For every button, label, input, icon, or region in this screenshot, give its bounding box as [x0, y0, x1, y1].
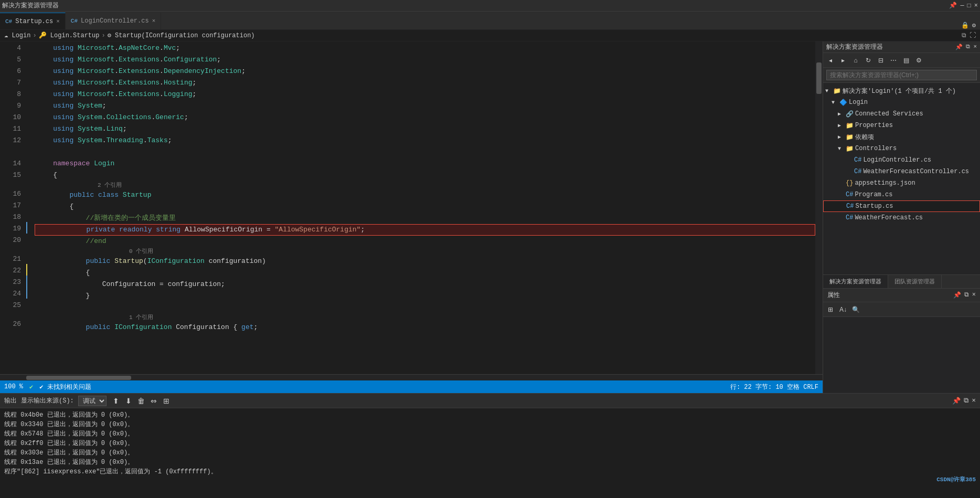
output-source-label: 显示输出来源(S):: [21, 396, 74, 405]
window-controls: 📌 — □ ×: [949, 2, 978, 9]
output-open-btn[interactable]: ⊞: [161, 396, 172, 406]
tab-bar: C# Startup.cs × C# LoginController.cs × …: [0, 12, 980, 30]
output-line-7: 程序"[862] iisexpress.exe"已退出，返回值为 -1 (0xf…: [4, 467, 976, 476]
toolbar-settings-icon[interactable]: ⚙: [972, 22, 976, 29]
connected-services-icon: 🔗: [846, 110, 854, 118]
output-scroll-up-btn[interactable]: ⬆: [111, 396, 121, 406]
vertical-scrollbar[interactable]: [815, 41, 823, 374]
tree-controllers-folder[interactable]: ▼ 📁 Controllers: [823, 143, 980, 154]
tree-dependencies[interactable]: ▶ 📁 依赖项: [823, 131, 980, 143]
toolbar-pin-icon[interactable]: 🔒: [961, 22, 969, 29]
lc-label: LoginController.cs: [863, 156, 931, 164]
properties-close-icon[interactable]: ×: [972, 291, 976, 299]
refresh-button[interactable]: ↻: [863, 55, 874, 66]
output-toolbar: ⬆ ⬇ 🗑 ⇔ ⊞: [111, 396, 172, 406]
editor-area: 4 5 6 7 8 9 10 11 12 14 15 16 17 18 19 2…: [0, 41, 823, 393]
output-scroll-down-btn[interactable]: ⬇: [123, 396, 134, 406]
tab-close-button[interactable]: ×: [56, 18, 60, 25]
breadcrumb-login-startup[interactable]: 🔑 Login.Startup: [39, 31, 100, 39]
wfc-label: WeatherForecastController.cs: [863, 168, 969, 175]
dep-folder-icon: 📁: [846, 133, 854, 141]
home-button[interactable]: ⌂: [850, 55, 861, 66]
prog-cs-icon: C#: [846, 191, 853, 198]
code-line-23: Configuration = configuration;: [35, 279, 815, 290]
line-col: 行: 22 字节: 10 空格 CRLF: [730, 383, 818, 391]
ref-hint-2: 2 个引用: [35, 181, 815, 189]
tree-properties[interactable]: ▶ 📁 Properties: [823, 120, 980, 131]
tree-program-cs[interactable]: ▶ C# Program.cs: [823, 189, 980, 200]
forward-button[interactable]: ▸: [838, 55, 848, 66]
horizontal-scrollbar[interactable]: [0, 374, 823, 380]
pin-right-icon[interactable]: 📌: [955, 44, 963, 50]
maximize-icon[interactable]: □: [967, 2, 971, 9]
watermark-text: CSDN@许章385: [936, 476, 976, 483]
output-expand-icon[interactable]: ⧉: [964, 397, 968, 405]
ref-hint-0: 0 个引用: [35, 247, 815, 256]
tree-connected-services[interactable]: ▶ 🔗 Connected Services: [823, 108, 980, 120]
props-alpha-btn[interactable]: A↓: [838, 304, 848, 315]
output-close-icon[interactable]: ×: [972, 397, 976, 405]
settings-button[interactable]: ⚙: [913, 55, 924, 66]
tab-close-button2[interactable]: ×: [152, 18, 156, 24]
ctrl-expand-arrow: ▼: [838, 146, 844, 152]
tree-project-login[interactable]: ▼ 🔷 Login: [823, 97, 980, 108]
search-input[interactable]: [826, 70, 977, 80]
main-content: 4 5 6 7 8 9 10 11 12 14 15 16 17 18 19 2…: [0, 41, 980, 393]
code-line-21: public Startup(IConfiguration configurat…: [35, 256, 815, 267]
code-line-14: namespace Login: [35, 158, 815, 169]
output-wrap-btn[interactable]: ⇔: [148, 396, 159, 406]
props-categories-btn[interactable]: ⊞: [825, 304, 836, 315]
pin-icon[interactable]: 📌: [949, 2, 957, 9]
output-pin-icon[interactable]: 📌: [952, 397, 961, 405]
code-line-6: using Microsoft.Extensions.DependencyInj…: [35, 66, 815, 77]
breadcrumb-method[interactable]: ⚙ Startup(IConfiguration configuration): [108, 31, 255, 39]
team-explorer-tab-label: 团队资源管理器: [894, 278, 935, 285]
team-explorer-tab[interactable]: 团队资源管理器: [888, 275, 942, 288]
solution-explorer-tab[interactable]: 解决方案资源管理器: [823, 275, 888, 288]
properties-pin-icon[interactable]: 📌: [953, 291, 961, 299]
tree-logincontroller[interactable]: ▶ C# LoginController.cs: [823, 154, 980, 166]
code-line-8: using Microsoft.Extensions.Logging;: [35, 89, 815, 100]
split-editor-icon[interactable]: ⧉: [962, 32, 966, 39]
tree-appsettings[interactable]: ▶ {} appsettings.json: [823, 177, 980, 189]
search-container: [823, 68, 980, 83]
ctrl-folder-icon: 📁: [846, 145, 854, 153]
json-icon: {}: [846, 179, 853, 187]
output-clear-btn[interactable]: 🗑: [136, 396, 146, 406]
tree-startup-cs[interactable]: ▶ C# Startup.cs: [823, 200, 980, 212]
tab-startup-cs[interactable]: C# Startup.cs ×: [0, 13, 66, 29]
tree-weatherforecast-cs[interactable]: ▶ C# WeatherForecast.cs: [823, 212, 980, 224]
code-line-15: {: [35, 169, 815, 181]
output-source-select[interactable]: 调试: [78, 396, 106, 406]
login-expand-arrow: ▼: [832, 100, 838, 105]
output-line-2: 线程 0x3340 已退出，返回值为 0 (0x0)。: [4, 420, 976, 429]
solution-tree[interactable]: ▼ 📁 解决方案'Login'(1 个项目/共 1 个) ▼ 🔷 Login ▶…: [823, 83, 980, 274]
filter-button[interactable]: ⋯: [888, 55, 899, 66]
tree-solution-root[interactable]: ▼ 📁 解决方案'Login'(1 个项目/共 1 个): [823, 85, 980, 97]
ref-hint-1: 1 个引用: [35, 313, 815, 322]
status-check: ✔: [29, 383, 33, 391]
zoom-level: 100 %: [4, 383, 23, 390]
code-line-4: using Microsoft.AspNetCore.Mvc;: [35, 43, 815, 54]
minimize-icon[interactable]: —: [960, 2, 964, 9]
panel-footer-tabs: 解决方案资源管理器 团队资源管理器: [823, 274, 980, 288]
solution-expand-arrow: ▼: [825, 88, 832, 94]
preview-button[interactable]: ▤: [901, 55, 911, 66]
collapse-button[interactable]: ⊟: [876, 55, 886, 66]
code-line-13: [35, 146, 815, 158]
close-icon[interactable]: ×: [974, 2, 978, 9]
output-line-5: 线程 0x303e 已退出，返回值为 0 (0x0)。: [4, 448, 976, 458]
top-bar: 解决方案资源管理器 📌 — □ ×: [0, 0, 980, 12]
expand-right-icon[interactable]: ⧉: [966, 44, 970, 50]
expand-icon[interactable]: ⛶: [970, 31, 976, 39]
back-button[interactable]: ◂: [825, 55, 836, 66]
close-right-icon[interactable]: ×: [973, 44, 977, 50]
lc-cs-icon: C#: [854, 156, 861, 164]
code-content[interactable]: using Microsoft.AspNetCore.Mvc; using Mi…: [35, 41, 815, 374]
breadcrumb-login[interactable]: ☁ Login: [4, 31, 30, 39]
properties-expand-icon[interactable]: ⧉: [964, 291, 969, 299]
tree-weatherforecast-controller[interactable]: ▶ C# WeatherForecastController.cs: [823, 166, 980, 177]
props-search-btn[interactable]: 🔍: [850, 304, 861, 315]
code-line-17: {: [35, 201, 815, 213]
tab-logincontroller-cs[interactable]: C# LoginController.cs ×: [66, 13, 161, 29]
